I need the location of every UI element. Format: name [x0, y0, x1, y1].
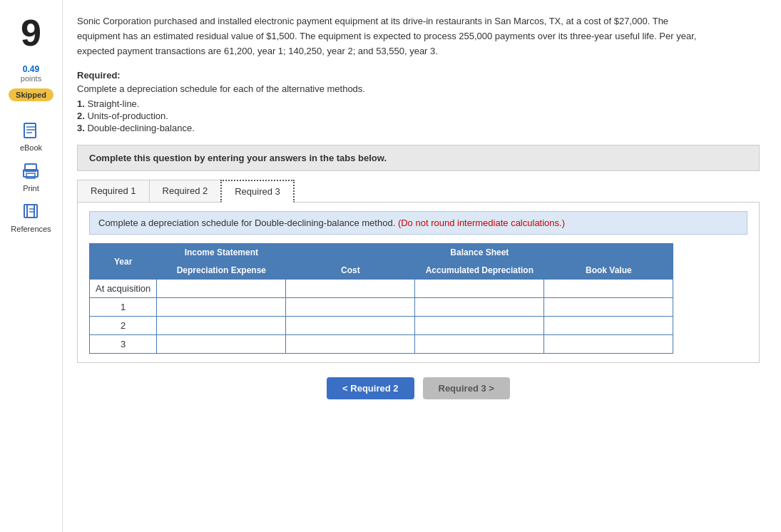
- print-icon: [21, 162, 41, 182]
- points-label: points: [21, 74, 41, 83]
- input-cost-2[interactable]: [286, 317, 414, 334]
- table-row-3: 3: [90, 335, 673, 354]
- tabs-container: Required 1 Required 2 Required 3: [77, 180, 760, 203]
- table-row-acquisition: At acquisition: [90, 280, 673, 298]
- ebook-label: eBook: [20, 143, 42, 152]
- page-container: 9 0.49 points Skipped eBook Print: [0, 0, 781, 532]
- cell-cost-1[interactable]: [286, 298, 415, 317]
- instruction-bar: Complete this question by entering your …: [77, 145, 760, 171]
- header-year: Year: [90, 244, 157, 280]
- points-value: 0.49: [23, 64, 39, 74]
- cell-dep-exp-3[interactable]: [157, 335, 286, 354]
- input-dep-exp-0[interactable]: [157, 280, 285, 297]
- header-income-statement: Income Statement: [157, 244, 286, 262]
- input-cost-0[interactable]: [286, 280, 414, 297]
- cell-acc-dep-3[interactable]: [415, 335, 544, 354]
- tab-required1[interactable]: Required 1: [77, 180, 150, 203]
- cell-book-val-1[interactable]: [544, 298, 673, 317]
- description-text: Complete a depreciation schedule for Dou…: [98, 218, 395, 228]
- input-book-val-2[interactable]: [544, 317, 673, 334]
- row-year-0: At acquisition: [90, 280, 157, 298]
- references-button[interactable]: References: [8, 200, 53, 236]
- input-cost-3[interactable]: [286, 336, 414, 352]
- sidebar: 9 0.49 points Skipped eBook Print: [0, 0, 63, 532]
- input-book-val-3[interactable]: [544, 336, 673, 352]
- cell-dep-exp-1[interactable]: [157, 298, 286, 317]
- required-label: Required:: [77, 70, 760, 81]
- cell-cost-3[interactable]: [286, 335, 415, 354]
- row-year-3: 3: [90, 335, 157, 354]
- cell-cost-2[interactable]: [286, 317, 415, 335]
- tab-required2[interactable]: Required 2: [149, 180, 222, 203]
- input-dep-exp-1[interactable]: [157, 299, 285, 315]
- input-dep-exp-2[interactable]: [157, 317, 285, 334]
- input-book-val-0[interactable]: [544, 280, 673, 297]
- method-1: 1. Straight-line.: [77, 98, 760, 109]
- method-3: 3. Double-declining-balance.: [77, 123, 760, 133]
- nav-buttons: < Required 2 Required 3 >: [77, 377, 760, 399]
- main-content: Sonic Corporation purchased and installe…: [63, 0, 781, 532]
- cell-cost-0[interactable]: [286, 280, 415, 298]
- sidebar-icons: eBook Print References: [8, 118, 53, 236]
- header-book-value: Book Value: [544, 262, 673, 280]
- svg-rect-8: [27, 205, 37, 218]
- question-number: 9: [14, 7, 49, 58]
- cell-book-val-0[interactable]: [544, 280, 673, 298]
- input-cost-1[interactable]: [286, 299, 414, 315]
- back-button[interactable]: < Required 2: [327, 377, 414, 399]
- tab-content: Complete a depreciation schedule for Dou…: [77, 202, 760, 363]
- methods-list: 1. Straight-line. 2. Units-of-production…: [77, 98, 760, 133]
- tab-required3[interactable]: Required 3: [220, 180, 295, 203]
- cell-book-val-3[interactable]: [544, 335, 673, 354]
- input-acc-dep-1[interactable]: [415, 299, 543, 315]
- table-row-1: 1: [90, 298, 673, 317]
- input-dep-exp-3[interactable]: [157, 336, 285, 352]
- note-text: (Do not round intermediate calculations.…: [398, 218, 565, 228]
- method-2: 2. Units-of-production.: [77, 111, 760, 121]
- header-cost: Cost: [286, 262, 415, 280]
- instruction-text: Complete this question by entering your …: [89, 153, 387, 163]
- print-label: Print: [23, 184, 39, 193]
- status-badge: Skipped: [9, 88, 53, 101]
- table-wrapper: Year Income Statement Balance Sheet Depr…: [89, 243, 747, 354]
- svg-rect-7: [24, 205, 34, 218]
- svg-rect-0: [24, 123, 36, 138]
- required-text: Complete a depreciation schedule for eac…: [77, 83, 760, 94]
- table-row-2: 2: [90, 317, 673, 335]
- forward-button[interactable]: Required 3 >: [423, 377, 510, 399]
- cell-acc-dep-2[interactable]: [415, 317, 544, 335]
- ebook-icon: [21, 121, 41, 141]
- cell-acc-dep-1[interactable]: [415, 298, 544, 317]
- header-balance-sheet: Balance Sheet: [286, 244, 673, 262]
- input-acc-dep-2[interactable]: [415, 317, 543, 334]
- references-icon: [21, 203, 41, 222]
- ebook-button[interactable]: eBook: [17, 118, 45, 155]
- print-button[interactable]: Print: [18, 159, 44, 195]
- cell-dep-exp-0[interactable]: [157, 280, 286, 298]
- description-bar: Complete a depreciation schedule for Dou…: [89, 211, 747, 235]
- input-acc-dep-3[interactable]: [415, 336, 543, 352]
- row-year-1: 1: [90, 298, 157, 317]
- cell-book-val-2[interactable]: [544, 317, 673, 335]
- input-book-val-1[interactable]: [544, 299, 673, 315]
- header-dep-expense: Depreciation Expense: [157, 262, 286, 280]
- depreciation-table: Year Income Statement Balance Sheet Depr…: [89, 243, 673, 354]
- row-year-2: 2: [90, 317, 157, 335]
- input-acc-dep-0[interactable]: [415, 280, 543, 297]
- problem-text: Sonic Corporation purchased and installe…: [77, 14, 705, 58]
- cell-dep-exp-2[interactable]: [157, 317, 286, 335]
- cell-acc-dep-0[interactable]: [415, 280, 544, 298]
- header-acc-dep: Accumulated Depreciation: [415, 262, 544, 280]
- references-label: References: [11, 225, 51, 233]
